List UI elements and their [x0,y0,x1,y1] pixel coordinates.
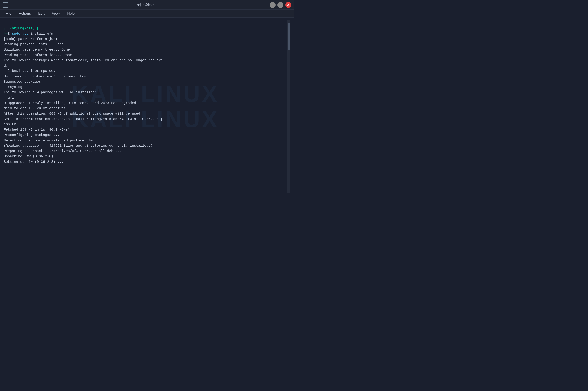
menu-help[interactable]: Help [63,10,78,16]
maximize-button[interactable] [277,2,283,8]
output-reading-db: (Reading database ... 414961 files and d… [4,144,152,148]
output-disk-space: After this operation, 880 kB of addition… [4,112,142,116]
output-ufw: ufw [4,96,14,100]
close-button[interactable]: ✕ [285,2,291,8]
output-suggested: Suggested packages: [4,80,43,84]
output-building-dep: Building dependency tree... Done [4,48,70,52]
menu-file[interactable]: File [2,10,15,16]
scrollbar[interactable] [287,20,290,193]
minimize-button[interactable]: — [270,2,276,8]
menu-view[interactable]: View [48,10,63,16]
terminal-content: ┌──(arjun@kali)-[~] └─$ sudo apt install… [4,20,287,170]
output-setting-up: Setting up ufw (0.36.2-8) ... [4,160,64,164]
output-selecting: Selecting previously unselected package … [4,139,95,143]
output-upgraded: 0 upgraded, 1 newly installed, 0 to remo… [4,101,138,105]
output-get1: Get:1 http://mirror.kku.ac.th/kali kali-… [4,117,163,126]
output-reading-state: Reading state information... Done [4,53,72,57]
terminal-window: □ arjun@kali: ~ — ✕ File Actions Edit Vi… [0,0,294,196]
output-preconfiguring: Preconfiguring packages ... [4,133,59,137]
title-bar-left: □ [3,2,8,7]
title-bar: □ arjun@kali: ~ — ✕ [0,0,294,10]
output-use-autoremove: Use 'sudo apt autoremove' to remove them… [4,75,88,79]
menu-edit[interactable]: Edit [34,10,48,16]
terminal-body[interactable]: KALI LINUXKALI LINUX ┌──(arjun@kali)-[~]… [0,18,294,196]
menu-actions[interactable]: Actions [15,10,34,16]
output-unpacking: Unpacking ufw (0.36.2-8) ... [4,155,62,158]
output-following-pkgs: The following packages were automaticall… [4,59,163,68]
output-need-to-get: Need to get 169 kB of archives. [4,106,68,110]
prompt-top: ┌──(arjun@kali)-[~] [4,26,43,30]
scrollbar-thumb[interactable] [288,23,290,50]
output-fetched: Fetched 169 kB in 2s (90.9 kB/s) [4,128,70,132]
prompt-cmd: └─$ sudo apt install ufw [4,32,53,36]
window-controls: — ✕ [270,2,291,8]
output-reading-pkg: Reading package lists... Done [4,42,64,46]
output-preparing: Preparing to unpack .../archives/ufw_0.3… [4,149,121,153]
menu-bar: File Actions Edit View Help [0,10,294,18]
output-new-pkgs: The following NEW packages will be insta… [4,91,97,94]
output-sudo-password: [sudo] password for arjun: [4,37,57,41]
output-lib-pkgs: libnsl-dev libtirpc-dev [4,69,55,73]
window-title: arjun@kali: ~ [137,3,157,7]
window-icon: □ [3,2,8,7]
output-rsyslog: rsyslog [4,85,22,89]
